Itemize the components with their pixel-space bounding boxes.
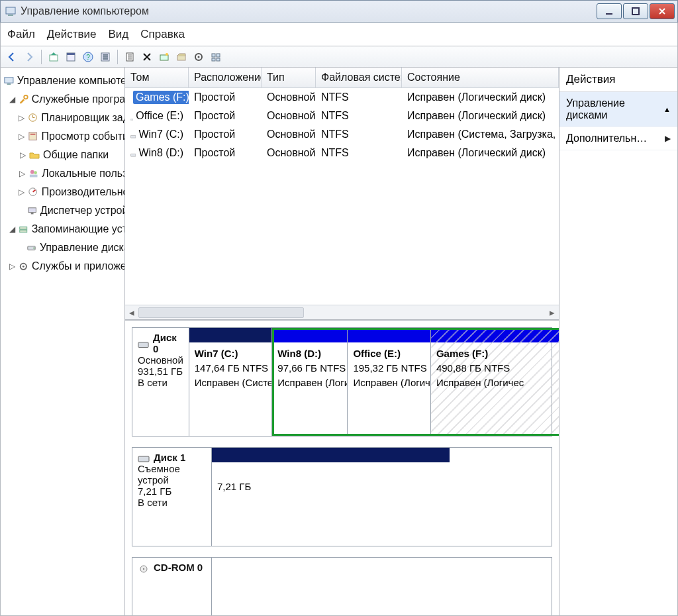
tree-shared-folders[interactable]: ▷ Общие папки (3, 146, 124, 164)
tree-services[interactable]: ▷ Службы и приложен (3, 257, 124, 276)
clock-icon (27, 112, 38, 124)
main-area: Управление компьютер ◢ Служебные програм… (0, 68, 678, 616)
list-row[interactable]: Office (E:) Простой Основной NTFS Исправ… (125, 107, 559, 125)
minimize-button[interactable] (597, 3, 622, 19)
back-button[interactable] (5, 50, 19, 64)
window-title: Управление компьютером (21, 5, 595, 17)
delete-icon[interactable] (140, 50, 154, 64)
folder-icon (28, 149, 40, 161)
col-layout[interactable]: Расположение (189, 68, 262, 87)
list-row[interactable]: Win7 (C:) Простой Основной NTFS Исправен… (125, 125, 559, 144)
col-volume[interactable]: Том (125, 68, 189, 87)
list-body: Games (F:) Простой Основной NTFS Исправе… (125, 88, 559, 305)
actions-item-diskmgmt[interactable]: Управление дисками ▲ (559, 92, 677, 127)
menu-view[interactable]: Вид (109, 28, 129, 41)
svg-rect-43 (130, 136, 136, 138)
svg-point-29 (30, 170, 34, 174)
partition[interactable]: Win8 (D:) 97,66 ГБ NTFS Исправен (Логич (272, 328, 348, 436)
tree-pane: Управление компьютер ◢ Служебные програм… (1, 68, 125, 615)
storage-icon (18, 223, 28, 235)
maximize-button[interactable] (623, 3, 648, 19)
scroll-thumb[interactable] (138, 307, 304, 318)
tree-local-users[interactable]: ▷ Локальные польз (3, 164, 124, 183)
hdd-icon (138, 339, 149, 347)
tree-performance[interactable]: ▷ Производительнс (3, 183, 124, 201)
svg-rect-31 (30, 175, 38, 178)
actions-header: Действия (559, 68, 677, 92)
svg-point-30 (34, 172, 37, 175)
close-button[interactable] (650, 3, 675, 19)
view-icon[interactable] (209, 50, 223, 64)
forward-button[interactable] (22, 50, 36, 64)
perf-icon (27, 186, 38, 198)
svg-rect-6 (67, 53, 75, 55)
drive-icon (130, 130, 136, 139)
tree-system-tools[interactable]: ◢ Служебные програм (3, 90, 124, 109)
tree-device-manager[interactable]: Диспетчер устрой (3, 201, 124, 220)
svg-rect-27 (29, 132, 36, 140)
up-icon[interactable] (46, 50, 61, 64)
scroll-right-icon[interactable]: ▸ (546, 305, 559, 319)
properties-icon[interactable] (64, 50, 78, 64)
partition[interactable]: Win7 (C:) 147,64 ГБ NTFS Исправен (Систе… (189, 328, 273, 436)
rescan-icon[interactable] (174, 50, 189, 64)
svg-point-18 (198, 56, 200, 58)
settings-icon[interactable] (191, 50, 206, 64)
disk-info: Диск 0 Основной 931,51 ГБ В сети (132, 328, 189, 436)
drive-icon (130, 148, 136, 158)
tree-event-viewer[interactable]: ▷ Просмотр событи (3, 127, 124, 146)
svg-rect-24 (7, 83, 11, 85)
drive-icon (130, 111, 133, 121)
svg-rect-12 (103, 58, 108, 60)
partition[interactable]: 7,21 ГБ (212, 448, 450, 546)
refresh-icon[interactable] (98, 50, 113, 64)
col-type[interactable]: Тип (262, 68, 316, 87)
list-row[interactable]: Win8 (D:) Простой Основной NTFS Исправен… (125, 144, 559, 162)
svg-point-15 (166, 53, 168, 56)
actions-pane: Действия Управление дисками ▲ Дополнител… (559, 68, 677, 615)
svg-rect-35 (20, 227, 27, 229)
svg-rect-36 (20, 230, 27, 232)
svg-rect-1 (8, 15, 13, 16)
wizard-icon[interactable] (157, 50, 171, 64)
svg-rect-19 (212, 54, 215, 57)
cdrom-icon (138, 564, 150, 572)
disk-partitions: 7,21 ГБ (212, 448, 552, 546)
menu-file[interactable]: Файл (7, 28, 35, 41)
menu-action[interactable]: Действие (47, 28, 97, 41)
disk-info: Диск 1 Съемное устрой 7,21 ГБ В сети (132, 448, 212, 546)
svg-point-40 (23, 266, 24, 268)
users-icon (28, 168, 39, 180)
partition-selected[interactable]: Games (F:) 490,88 ГБ NTFS Исправен (Логи… (431, 328, 559, 436)
disk-row[interactable]: Диск 1 Съемное устрой 7,21 ГБ В сети 7,2… (132, 447, 552, 546)
toolbar: ? (0, 46, 678, 68)
svg-text:?: ? (86, 54, 90, 61)
tree-disk-management[interactable]: Управление диска (3, 238, 124, 257)
svg-rect-2 (606, 13, 612, 15)
partition[interactable]: Office (E:) 195,32 ГБ NTFS Исправен (Лог… (348, 328, 431, 436)
col-state[interactable]: Состояние (402, 68, 559, 87)
col-filesystem[interactable]: Файловая система (316, 68, 402, 87)
list-row[interactable]: Games (F:) Простой Основной NTFS Исправе… (125, 88, 559, 107)
collapse-icon: ▲ (663, 105, 671, 113)
disk-row[interactable]: CD-ROM 0 (132, 557, 552, 615)
hdd-icon (138, 454, 150, 462)
tree-task-scheduler[interactable]: ▷ Планировщик зад (3, 109, 124, 127)
center-pane: Том Расположение Тип Файловая система Со… (125, 68, 559, 615)
event-icon (27, 130, 38, 142)
svg-rect-23 (5, 77, 13, 82)
svg-rect-14 (160, 55, 168, 60)
disk-row[interactable]: Диск 0 Основной 931,51 ГБ В сети Win7 (C… (132, 327, 552, 436)
actions-item-more[interactable]: Дополнительн… ▶ (559, 127, 677, 150)
svg-rect-4 (50, 55, 58, 61)
horizontal-scrollbar[interactable]: ◂ ▸ (125, 305, 559, 319)
disk-icon (26, 242, 37, 254)
tree-storage[interactable]: ◢ Запоминающие устр (3, 220, 124, 238)
menu-help[interactable]: Справка (140, 28, 185, 41)
svg-rect-3 (632, 8, 639, 15)
help-icon[interactable]: ? (81, 50, 95, 64)
svg-rect-21 (212, 58, 215, 61)
action-icon[interactable] (122, 50, 137, 64)
scroll-left-icon[interactable]: ◂ (125, 305, 138, 319)
tree-root[interactable]: Управление компьютер (3, 72, 124, 90)
